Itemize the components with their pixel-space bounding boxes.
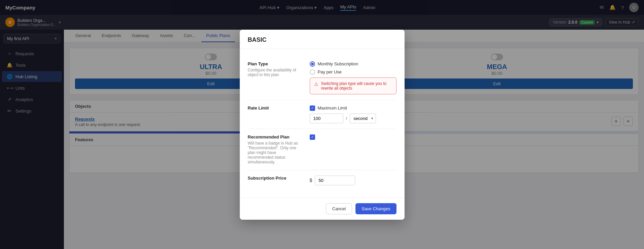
rate-limit-checkbox[interactable]: ✓: [310, 105, 315, 111]
modal-row-recommended: Recommended Plan Will have a badge in Hu…: [248, 134, 396, 164]
max-limit-label: Maximum Limit: [318, 105, 347, 111]
modal-row-price: Subscription Price $: [248, 176, 396, 185]
plan-type-desc: Configure the availability of object in …: [248, 68, 302, 77]
rate-limit-unit-select-wrap: second minute hour day: [350, 114, 376, 123]
modal-input-col-rate-limit: ✓ Maximum Limit / second minute: [310, 105, 396, 123]
recommended-plan-checkbox[interactable]: ✓: [310, 134, 315, 140]
modal-label-col-rate-limit: Rate Limit: [248, 105, 302, 112]
radio-monthly-label: Monthly Subscription: [318, 61, 358, 66]
price-symbol: $: [310, 178, 312, 183]
price-input-row: $: [310, 176, 396, 185]
modal-input-col-plan-type: Monthly Subscription Pay per Use ⚠ Switc…: [310, 61, 396, 94]
checkmark-icon: ✓: [311, 106, 314, 110]
modal-dialog: BASIC Plan Type Configure the availabili…: [240, 30, 405, 220]
radio-monthly[interactable]: Monthly Subscription: [310, 61, 396, 67]
modal-section-price: Subscription Price $: [248, 170, 396, 191]
rate-limit-input-row: / second minute hour day: [310, 114, 396, 123]
modal-body: Plan Type Configure the availability of …: [240, 49, 405, 197]
plan-type-warning: ⚠ Switching plan type will cause you to …: [310, 77, 396, 94]
price-input[interactable]: [315, 176, 355, 185]
warning-text: Switching plan type will cause you to re…: [321, 81, 392, 91]
plan-type-label: Plan Type: [248, 61, 302, 66]
modal-footer: Cancel Save Changes: [240, 197, 405, 220]
modal-section-plan-type: Plan Type Configure the availability of …: [248, 56, 396, 100]
radio-payperuse-circle: [310, 69, 315, 75]
recommended-plan-label: Recommended Plan: [248, 134, 302, 139]
modal-title: BASIC: [240, 30, 405, 49]
modal-label-col-recommended: Recommended Plan Will have a badge in Hu…: [248, 134, 302, 164]
modal-overlay[interactable]: BASIC Plan Type Configure the availabili…: [0, 0, 644, 249]
modal-input-col-recommended: ✓: [310, 134, 396, 140]
rate-limit-unit-select[interactable]: second minute hour day: [350, 114, 376, 123]
radio-pay-per-use[interactable]: Pay per Use: [310, 69, 396, 75]
modal-row-rate-limit: Rate Limit ✓ Maximum Limit /: [248, 105, 396, 123]
modal-section-rate-limit: Rate Limit ✓ Maximum Limit /: [248, 100, 396, 129]
modal-section-recommended: Recommended Plan Will have a badge in Hu…: [248, 129, 396, 170]
recommended-plan-desc: Will have a badge in Hub as "Recommended…: [248, 141, 302, 164]
subscription-price-label: Subscription Price: [248, 176, 302, 181]
checkmark-icon: ✓: [311, 135, 314, 139]
radio-monthly-circle: [310, 61, 315, 67]
modal-input-col-price: $: [310, 176, 396, 185]
rate-limit-value-input[interactable]: [310, 114, 343, 123]
warning-icon: ⚠: [314, 82, 318, 87]
save-changes-button[interactable]: Save Changes: [355, 203, 396, 214]
modal-label-col-plan-type: Plan Type Configure the availability of …: [248, 61, 302, 77]
cancel-button[interactable]: Cancel: [326, 203, 352, 214]
rate-limit-separator: /: [346, 116, 347, 121]
rate-limit-label: Rate Limit: [248, 105, 302, 111]
rate-limit-checkbox-wrap: ✓ Maximum Limit: [310, 105, 396, 111]
modal-label-col-price: Subscription Price: [248, 176, 302, 182]
modal-row-plan-type: Plan Type Configure the availability of …: [248, 61, 396, 94]
radio-payperuse-label: Pay per Use: [318, 69, 342, 74]
